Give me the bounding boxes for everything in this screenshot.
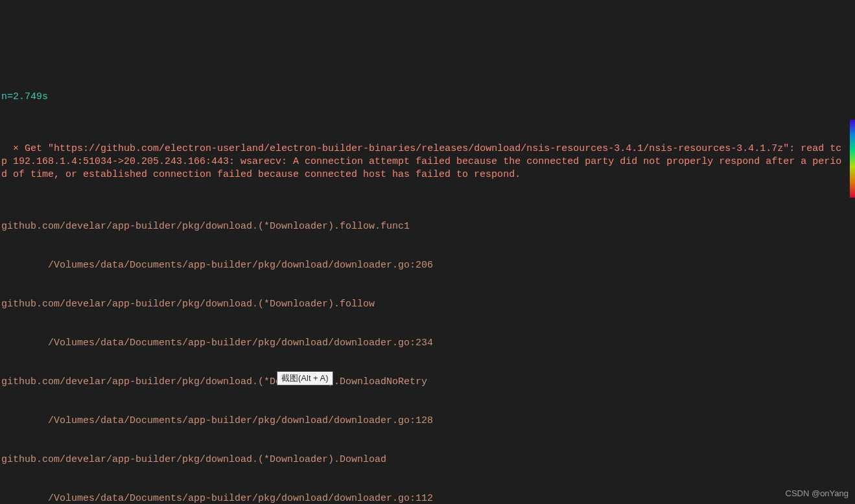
- timing-line: n=2.749s: [1, 91, 844, 104]
- screenshot-tooltip: 截图(Alt + A): [277, 371, 333, 385]
- go-trace-line: /Volumes/data/Documents/app-builder/pkg/…: [1, 415, 844, 428]
- go-trace-line: /Volumes/data/Documents/app-builder/pkg/…: [1, 259, 844, 272]
- minimap-slider[interactable]: [850, 120, 855, 198]
- error-message: × Get "https://github.com/electron-userl…: [1, 143, 844, 181]
- go-trace-line: github.com/develar/app-builder/pkg/downl…: [1, 220, 844, 233]
- terminal-output[interactable]: n=2.749s × Get "https://github.com/elect…: [0, 65, 845, 504]
- go-trace-line: github.com/develar/app-builder/pkg/downl…: [1, 298, 844, 311]
- go-trace-line: /Volumes/data/Documents/app-builder/pkg/…: [1, 492, 844, 504]
- go-trace-line: github.com/develar/app-builder/pkg/downl…: [1, 376, 844, 389]
- go-trace-line: /Volumes/data/Documents/app-builder/pkg/…: [1, 337, 844, 350]
- go-trace-line: github.com/develar/app-builder/pkg/downl…: [1, 453, 844, 466]
- watermark: CSDN @onYang: [786, 487, 849, 500]
